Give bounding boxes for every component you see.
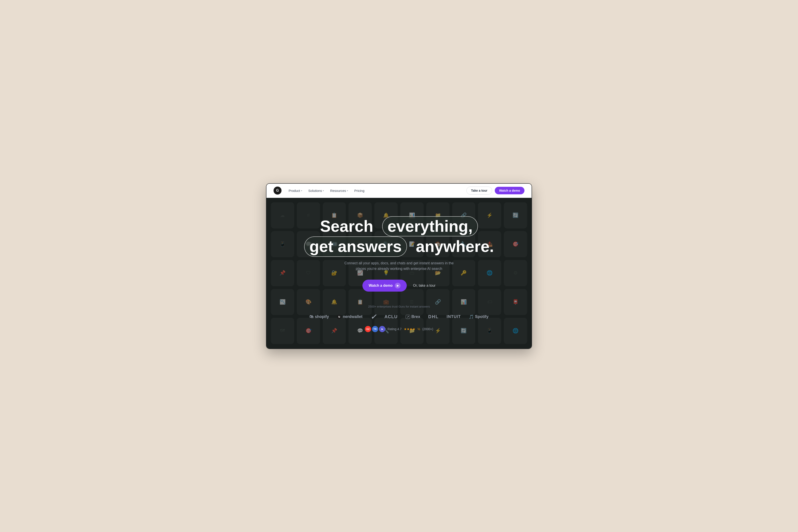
brand-logos: 🛍 shopify N nerdwallet ✓ ACLU ↗ (304, 312, 494, 321)
brex-logo: ↗ Brex (406, 315, 420, 319)
aclu-logo: ACLU (384, 314, 398, 319)
rating-badges: G2 TR ➤ (365, 326, 385, 332)
trust-label: 2500+ enterprises trust Guru for instant… (304, 305, 494, 308)
nav-actions: Take a tour Watch a demo (466, 187, 524, 194)
bg-icon: 🔄 (504, 202, 527, 228)
watch-a-demo-button[interactable]: Watch a demo (495, 187, 524, 194)
nav-solutions[interactable]: Solutions ▾ (308, 189, 324, 193)
spotify-icon: 🎵 (469, 315, 474, 319)
hero-title: Search everything, get answers anywhere. (304, 216, 494, 256)
play-icon: ▶ (395, 283, 401, 288)
trustradius-badge: TR (372, 326, 378, 332)
browser-window: G Product ▾ Solutions ▾ Resources ▾ Pric… (266, 183, 532, 349)
nav-pricing[interactable]: Pricing (354, 189, 365, 193)
hero-content: Search everything, get answers anywhere.… (304, 216, 494, 332)
bg-icon: 🌐 (504, 318, 527, 344)
take-a-tour-button[interactable]: Take a tour (466, 187, 492, 194)
shopify-logo: 🛍 shopify (310, 315, 329, 319)
bg-icon: 📱 (271, 231, 294, 257)
bg-icon: 🎯 (504, 231, 527, 257)
bg-icon: 📮 (504, 289, 527, 315)
rating-label: Rating 4.7 (388, 327, 402, 331)
hero-watch-demo-button[interactable]: Watch a demo ▶ (363, 280, 407, 291)
chevron-down-icon: ▾ (347, 189, 348, 192)
nerdwallet-icon: N (337, 315, 341, 319)
hero-title-line1: Search everything, (304, 216, 494, 236)
trust-section: 2500+ enterprises trust Guru for instant… (304, 305, 494, 332)
hero-actions: Watch a demo ▶ Or, take a tour (304, 280, 494, 291)
chat-badge: ➤ (379, 326, 385, 332)
chevron-down-icon: ▾ (323, 189, 324, 192)
spotify-logo: 🎵 Spotify (469, 315, 488, 319)
bg-icon: ☁ (271, 202, 294, 228)
nike-swoosh-icon: ✓ (370, 312, 376, 321)
logo[interactable]: G (274, 187, 281, 194)
hero-section: ☁#📋📦🔔📊📁🔗⚡🔄📱💬📧🗂🔍📝🏠🔧📤🎯📌🛡🔐📈💡🗃📂🔑🌐⚙📉🎨🔔📋💼🗓🔗📊🏷📮… (266, 198, 532, 348)
half-star-icon: ½ (417, 327, 420, 331)
intuit-logo: INTUIT (447, 315, 461, 319)
nike-logo: ✓ (370, 312, 376, 321)
hero-title-line2: get answers anywhere. (304, 236, 494, 256)
bg-icon: 🗺 (271, 318, 294, 344)
bg-icon: 📌 (271, 260, 294, 286)
rating-count: (2000+) (422, 327, 433, 331)
navbar: G Product ▾ Solutions ▾ Resources ▾ Pric… (266, 184, 532, 198)
hero-pill-everything: everything, (382, 216, 478, 236)
bg-icon: 📉 (271, 289, 294, 315)
nerdwallet-logo: N nerdwallet (337, 315, 363, 319)
hero-pill-answers: get answers (304, 236, 407, 256)
rating-row: G2 TR ➤ Rating 4.7 ★★★★½ (2000+) (304, 326, 494, 332)
chevron-down-icon: ▾ (301, 189, 302, 192)
brex-icon: ↗ (406, 315, 410, 319)
star-rating: ★★★★ (404, 327, 415, 331)
g2-badge: G2 (365, 326, 371, 332)
nav-product[interactable]: Product ▾ (289, 189, 302, 193)
hero-take-tour-link[interactable]: Or, take a tour (413, 284, 435, 288)
bg-icon: ⚙ (504, 260, 527, 286)
hero-subtitle: Connect all your apps, docs, and chats a… (344, 260, 454, 272)
dhl-logo: DHL (428, 314, 439, 319)
shopify-icon: 🛍 (310, 315, 313, 319)
nav-links: Product ▾ Solutions ▾ Resources ▾ Pricin… (289, 189, 459, 193)
nav-resources[interactable]: Resources ▾ (330, 189, 348, 193)
